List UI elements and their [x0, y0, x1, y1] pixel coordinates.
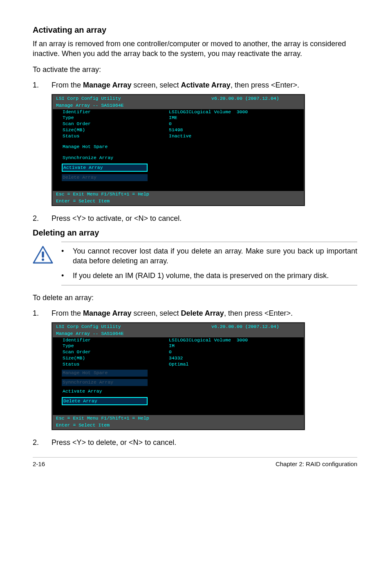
label: Size(MB): [63, 355, 169, 361]
menu-manage-hot-spare[interactable]: Manage Hot Spare: [53, 144, 304, 150]
field-identifier: IdentifierLSILOGICLogical Volume 3000: [53, 337, 304, 343]
label: Manage Hot Spare: [62, 370, 148, 377]
label: Status: [63, 361, 169, 368]
version: v6.20.00.00 (2007.12.04): [211, 96, 279, 101]
step-2-delete: 2. Press <Y> to delete, or <N> to cancel…: [33, 438, 357, 447]
terminal-activate-array: LSI Corp Config Utility v6.20.00.00 (200…: [52, 94, 305, 206]
field-size: Size(MB)51498: [53, 127, 304, 133]
value: Inactive: [169, 133, 300, 139]
step-number: 1.: [33, 308, 40, 318]
step-text: From the Manage Array screen, select Act…: [52, 80, 357, 90]
field-type: TypeIME: [53, 115, 304, 121]
hdr-right: v6.20.00.00 (2007.12.04): [162, 96, 300, 102]
step-1-delete: 1. From the Manage Array screen, select …: [33, 308, 357, 318]
field-scan-order: Scan Order0: [53, 349, 304, 355]
value: 0: [169, 121, 300, 127]
terminal-header: LSI Corp Config Utility v6.20.00.00 (200…: [53, 95, 304, 102]
value: 51498: [169, 127, 300, 133]
terminal-subheader: Manage Array -- SAS1064E: [53, 330, 304, 337]
label: Synnchronize Array: [62, 379, 148, 386]
txt: From the: [52, 81, 83, 89]
footer-text: Esc = Exit Menu F1/Shift+1 = Help: [56, 415, 149, 422]
txt: , then press <Enter>.: [231, 81, 299, 89]
label: Activate Array: [62, 164, 148, 172]
label: Status: [63, 133, 169, 139]
menu-activate-array[interactable]: Activate Array: [53, 388, 304, 395]
label: Size(MB): [63, 127, 169, 133]
intro-activating: If an array is removed from one controll…: [33, 39, 357, 59]
version: v6.20.00.00 (2007.12.04): [211, 324, 279, 329]
lead-deleting: To delete an array:: [33, 293, 357, 303]
step-number: 1.: [33, 80, 40, 90]
value: Optimal: [169, 361, 300, 368]
footer-text: Enter = Select Item: [56, 198, 110, 204]
bullet-icon: •: [61, 271, 65, 281]
bold-manage-array: Manage Array: [83, 309, 131, 317]
heading-activating-array: Activating an array: [33, 25, 357, 36]
value: 34332: [169, 355, 300, 361]
step-1-activate: 1. From the Manage Array screen, select …: [33, 80, 357, 90]
chapter-title: Chapter 2: RAID configuration: [276, 460, 357, 468]
lead-activating: To activate the array:: [33, 65, 357, 74]
value: 0: [169, 349, 300, 355]
field-identifier: IdentifierLSILOGICLogical Volume 3000: [53, 109, 304, 115]
step-text: From the Manage Array screen, select Del…: [52, 308, 357, 318]
step-text: Press <Y> to activate, or <N> to cancel.: [52, 213, 357, 223]
heading-deleting-array: Deleting an array: [33, 227, 357, 238]
label: Manage Hot Spare: [63, 144, 108, 150]
field-status: StatusOptimal: [53, 361, 304, 368]
menu-synchronize-array-disabled: Synnchronize Array: [53, 379, 304, 386]
label: Synnchronize Array: [63, 155, 113, 161]
value: IM: [169, 343, 300, 349]
label: Delete Array: [62, 174, 148, 181]
step-2-activate: 2. Press <Y> to activate, or <N> to canc…: [33, 213, 357, 223]
terminal-subheader: Manage Array -- SAS1064E: [53, 102, 304, 109]
menu-activate-array-selected[interactable]: Activate Array: [53, 164, 304, 172]
label: Delete Array: [62, 397, 148, 406]
value: LSILOGICLogical Volume 3000: [169, 109, 300, 115]
footer-text: Esc = Exit Menu F1/Shift+1 = Help: [56, 191, 149, 197]
warning-callout: • You cannot recover lost data if you de…: [33, 242, 357, 285]
page-footer: 2-16 Chapter 2: RAID configuration: [33, 457, 357, 468]
label: Type: [63, 115, 169, 121]
terminal-footer-2: Enter = Select Item: [53, 198, 304, 205]
field-status: StatusInactive: [53, 133, 304, 139]
page-number: 2-16: [33, 460, 45, 468]
terminal-footer-1: Esc = Exit Menu F1/Shift+1 = Help: [53, 191, 304, 198]
step-number: 2.: [33, 213, 40, 223]
svg-rect-0: [42, 251, 44, 258]
label: Activate Array: [63, 388, 102, 395]
txt: screen, select: [131, 309, 181, 317]
label: Identifier: [63, 337, 169, 343]
menu-delete-array-disabled: Delete Array: [53, 174, 304, 181]
hdr-left: LSI Corp Config Utility: [56, 324, 162, 330]
value: IME: [169, 115, 300, 121]
bold-activate-array: Activate Array: [181, 81, 230, 89]
field-type: TypeIM: [53, 343, 304, 349]
svg-point-1: [42, 258, 44, 261]
hdr-sub: Manage Array -- SAS1064E: [56, 331, 124, 337]
menu-synchronize-array[interactable]: Synnchronize Array: [53, 155, 304, 161]
terminal-footer-2: Enter = Select Item: [53, 422, 304, 429]
hdr-sub: Manage Array -- SAS1064E: [56, 103, 124, 109]
warning-text: If you delete an IM (RAID 1) volume, the…: [73, 271, 329, 281]
menu-manage-hot-spare-disabled: Manage Hot Spare: [53, 370, 304, 377]
terminal-footer-1: Esc = Exit Menu F1/Shift+1 = Help: [53, 415, 304, 422]
field-scan-order: Scan Order0: [53, 121, 304, 127]
label: Scan Order: [63, 349, 169, 355]
step-text: Press <Y> to delete, or <N> to cancel.: [52, 438, 357, 447]
bold-manage-array: Manage Array: [83, 81, 131, 89]
bullet-icon: •: [61, 246, 65, 266]
txt: , then press <Enter>.: [224, 309, 293, 317]
label: Scan Order: [63, 121, 169, 127]
menu-delete-array-selected[interactable]: Delete Array: [53, 397, 304, 406]
terminal-header: LSI Corp Config Utility v6.20.00.00 (200…: [53, 323, 304, 330]
label: Identifier: [63, 109, 169, 115]
footer-text: Enter = Select Item: [56, 422, 110, 429]
value: LSILOGICLogical Volume 3000: [169, 337, 300, 343]
label: Type: [63, 343, 169, 349]
warning-icon: [33, 246, 53, 265]
field-size: Size(MB)34332: [53, 355, 304, 361]
step-number: 2.: [33, 438, 40, 447]
terminal-delete-array: LSI Corp Config Utility v6.20.00.00 (200…: [52, 322, 305, 430]
